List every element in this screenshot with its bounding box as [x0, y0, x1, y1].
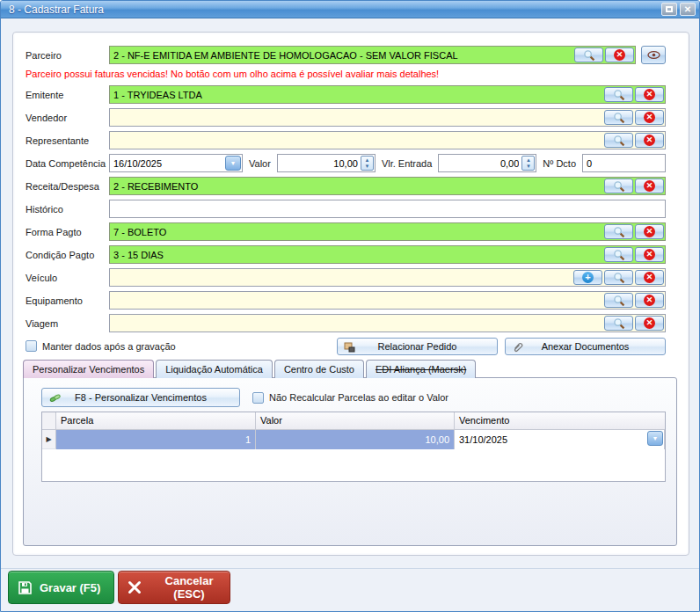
equipamento-input[interactable] [110, 292, 665, 309]
footer-bar: Gravar (F5) Cancelar (ESC) [1, 568, 699, 611]
chevron-down-icon: ▼ [653, 435, 659, 441]
condicao-pagto-clear-button[interactable]: ✕ [635, 247, 664, 262]
receita-despesa-search-button[interactable] [604, 178, 633, 193]
vencimento-dropdown[interactable]: ▼ [647, 431, 663, 446]
vencimento-value: 31/10/2025 [459, 434, 507, 445]
parceiro-label: Parceiro [26, 50, 109, 61]
manter-dados-label: Manter dados após a gravação [42, 341, 176, 352]
vendedor-search-button[interactable] [604, 110, 633, 125]
column-header-parcela[interactable]: Parcela [56, 412, 256, 429]
vendedor-label: Vendedor [26, 113, 109, 123]
representante-search-button[interactable] [604, 133, 633, 148]
n-dcto-input[interactable] [583, 155, 665, 171]
emitente-clear-button[interactable]: ✕ [635, 87, 664, 102]
viagem-field: ✕ [109, 314, 666, 332]
anexar-documentos-button[interactable]: Anexar Documentos [505, 338, 666, 355]
receita-despesa-field: ✕ [109, 177, 666, 195]
personalizar-vencimentos-panel: F8 - Personalizar Vencimentos Não Recalc… [23, 377, 677, 546]
relacionar-pedido-button[interactable]: Relacionar Pedido [337, 338, 498, 355]
column-header-valor[interactable]: Valor [256, 412, 455, 429]
vendedor-clear-button[interactable]: ✕ [635, 110, 664, 125]
parceiro-clear-button[interactable]: ✕ [605, 47, 634, 62]
parceiro-field: ✕ [109, 46, 636, 64]
veiculo-field: + ✕ [109, 268, 666, 287]
window-title: 8 - Cadastrar Fatura [9, 4, 659, 16]
titlebar[interactable]: 8 - Cadastrar Fatura ✕ [1, 1, 699, 18]
data-competencia-dropdown[interactable]: ▼ [225, 156, 241, 171]
cancel-icon [128, 580, 142, 594]
tab-personalizar-vencimentos[interactable]: Personalizar Vencimentos [23, 360, 154, 378]
data-competencia-field: ▼ [109, 154, 243, 172]
tab-edi-alianca-maersk[interactable]: EDI Aliança (Maersk) [366, 360, 476, 378]
viagem-label: Viagem [26, 318, 109, 329]
veiculo-add-button[interactable]: + [573, 270, 602, 285]
forma-pagto-field: ✕ [109, 222, 666, 241]
row-selector[interactable]: ▶ [42, 430, 56, 449]
parceiro-search-button[interactable] [574, 47, 603, 62]
f8-personalizar-vencimentos-button[interactable]: F8 - Personalizar Vencimentos [41, 388, 240, 407]
viagem-input[interactable] [110, 315, 665, 332]
search-icon [613, 89, 625, 101]
veiculo-clear-button[interactable]: ✕ [635, 270, 664, 285]
table-row[interactable]: ▶ 1 10,00 31/10/2025 ▼ [42, 430, 665, 449]
viagem-clear-button[interactable]: ✕ [635, 316, 664, 331]
historico-input[interactable] [110, 200, 665, 217]
emitente-label: Emitente [26, 90, 109, 100]
search-icon [613, 112, 625, 124]
tab-centro-de-custo[interactable]: Centro de Custo [274, 360, 364, 378]
valor-spinner[interactable]: ▲▼ [361, 156, 374, 171]
close-button[interactable]: ✕ [680, 3, 696, 16]
n-dcto-label: Nº Dcto [543, 158, 576, 169]
gravar-button[interactable]: Gravar (F5) [8, 571, 114, 604]
emitente-input[interactable] [110, 86, 665, 103]
cell-parcela[interactable]: 1 [56, 430, 256, 449]
equipamento-label: Equipamento [26, 295, 109, 306]
eye-icon [646, 50, 661, 60]
tab-strip: Personalizar Vencimentos Liquidação Auto… [23, 360, 689, 378]
maximize-button[interactable] [661, 3, 677, 16]
delete-icon: ✕ [644, 89, 655, 100]
delete-icon: ✕ [644, 295, 655, 306]
forma-pagto-clear-button[interactable]: ✕ [635, 224, 664, 239]
cell-valor[interactable]: 10,00 [256, 430, 455, 449]
delete-icon: ✕ [644, 135, 655, 146]
delete-icon: ✕ [614, 49, 625, 61]
row-arrow-icon: ▶ [46, 435, 51, 443]
condicao-pagto-input[interactable] [110, 246, 665, 263]
condicao-pagto-search-button[interactable] [604, 247, 633, 262]
f8-button-label: F8 - Personalizar Vencimentos [75, 392, 207, 403]
equipamento-search-button[interactable] [604, 293, 633, 308]
forma-pagto-input[interactable] [110, 223, 665, 240]
grid-selector-header [42, 412, 56, 429]
receita-despesa-input[interactable] [110, 178, 665, 194]
receita-despesa-clear-button[interactable]: ✕ [635, 178, 664, 193]
parceiro-details-button[interactable] [641, 46, 666, 64]
delete-icon: ✕ [644, 249, 655, 260]
nao-recalcular-checkbox[interactable] [252, 392, 264, 404]
column-header-vencimento[interactable]: Vencimento [455, 412, 665, 429]
representante-input[interactable] [110, 132, 665, 149]
representante-clear-button[interactable]: ✕ [635, 133, 664, 148]
grid-header: Parcela Valor Vencimento [42, 412, 665, 430]
parceiro-input[interactable] [110, 47, 635, 63]
forma-pagto-search-button[interactable] [604, 224, 633, 239]
manter-dados-checkbox[interactable] [26, 340, 37, 352]
overdue-warning: Parceiro possui faturas vencidas! No bot… [26, 69, 666, 80]
cancelar-button[interactable]: Cancelar (ESC) [118, 571, 230, 604]
emitente-search-button[interactable] [604, 87, 633, 102]
data-competencia-input[interactable] [110, 155, 242, 171]
anexar-documentos-label: Anexar Documentos [542, 341, 630, 352]
delete-icon: ✕ [644, 317, 655, 329]
vlr-entrada-spinner[interactable]: ▲▼ [521, 156, 535, 171]
viagem-search-button[interactable] [604, 316, 633, 331]
search-icon [613, 295, 625, 307]
veiculo-search-button[interactable] [604, 270, 633, 285]
vendedor-input[interactable] [110, 109, 665, 126]
search-icon [613, 249, 625, 261]
equipamento-clear-button[interactable]: ✕ [635, 293, 664, 308]
spin-up-icon: ▲ [364, 157, 369, 164]
veiculo-label: Veículo [26, 273, 109, 283]
valor-field: ▲▼ [277, 154, 376, 172]
cell-vencimento[interactable]: 31/10/2025 ▼ [455, 430, 665, 449]
tab-liquidacao-automatica[interactable]: Liquidação Automática [156, 360, 273, 378]
